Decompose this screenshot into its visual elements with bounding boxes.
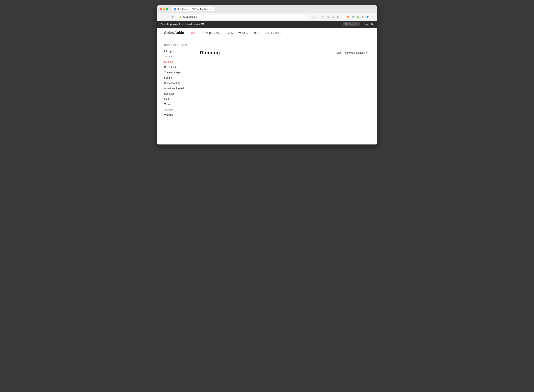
help-link[interactable]: Help bbox=[363, 23, 368, 25]
breadcrumb-shoes[interactable]: Shoes bbox=[180, 44, 187, 46]
ext-icon-7[interactable]: ≡ bbox=[361, 15, 364, 19]
ext-icon-3[interactable]: T bbox=[341, 15, 345, 19]
sidebar-item-running[interactable]: Running bbox=[164, 60, 174, 63]
url-bar[interactable]: 🔒 localhost:3001 bbox=[176, 15, 310, 19]
sort-label: Sort bbox=[336, 51, 341, 54]
forward-button[interactable]: → bbox=[165, 15, 169, 19]
nav-item-sale[interactable]: SALE bbox=[191, 32, 197, 34]
sidebar-item-baseball[interactable]: Baseball bbox=[164, 92, 174, 95]
main-nav: SALENEW RELEASESMENWOMENKIDSCOLLECTIONS bbox=[191, 32, 282, 34]
sidebar-item-basketball[interactable]: Basketball bbox=[164, 66, 176, 69]
browser-titlebar: Sole&Ankle — CSS for JavaSc... × + bbox=[157, 5, 377, 13]
browser-dots bbox=[160, 8, 168, 10]
sidebar-item-football[interactable]: Football bbox=[164, 76, 173, 79]
breadcrumb-home[interactable]: Home bbox=[164, 44, 170, 46]
nav-item-men[interactable]: MEN bbox=[227, 32, 233, 34]
sidebar-item-lifestyle[interactable]: Lifestyle bbox=[164, 50, 173, 53]
announcement-right: 🔍 Search... Help 🛍 bbox=[343, 22, 373, 26]
breadcrumb-sep-2: / bbox=[179, 44, 180, 46]
url-text: localhost:3001 bbox=[183, 16, 197, 18]
nav-item-new-releases[interactable]: NEW RELEASES bbox=[203, 32, 222, 34]
nav-item-kids[interactable]: KIDS bbox=[254, 32, 259, 34]
browser-addressbar: ← → ↻ 🔒 localhost:3001 ☆ ℹ 🛡 📡 △ ⊕ T 🦊 W… bbox=[157, 13, 377, 21]
browser-toolbar: ☆ ℹ 🛡 📡 △ ⊕ T 🦊 W 🧩 ≡ 👤 ⋮ bbox=[311, 15, 374, 19]
nav-item-collections[interactable]: COLLECTIONS bbox=[265, 32, 282, 34]
search-icon: 🔍 bbox=[345, 23, 348, 25]
sidebar-item-athletics[interactable]: Athletics bbox=[164, 108, 174, 111]
lock-icon: 🔒 bbox=[179, 16, 181, 18]
ext-icon-6[interactable]: 🧩 bbox=[356, 15, 359, 19]
tab-title: Sole&Ankle — CSS for JavaSc... bbox=[177, 8, 208, 10]
site-content: Free shipping on domestic orders over $7… bbox=[157, 21, 377, 145]
main-header: Running Sort Newest Releases ▾ bbox=[200, 50, 370, 56]
sidebar-item-jordan[interactable]: Jordan bbox=[164, 55, 172, 58]
close-dot[interactable] bbox=[160, 8, 162, 10]
announcement-message: Free shipping on domestic orders over $7… bbox=[161, 23, 205, 25]
maximize-dot[interactable] bbox=[166, 8, 168, 10]
ext-icon-5[interactable]: W bbox=[351, 15, 354, 19]
sidebar-item-walking[interactable]: Walking bbox=[164, 113, 173, 116]
announcement-bar: Free shipping on domestic orders over $7… bbox=[157, 21, 377, 28]
ext-icon-2[interactable]: ⊕ bbox=[336, 15, 340, 19]
tab-close-button[interactable]: × bbox=[209, 8, 212, 10]
cart-icon[interactable]: 🛍 bbox=[370, 23, 373, 26]
vpn-icon[interactable]: 🛡 bbox=[321, 15, 325, 19]
sidebar-item-golf[interactable]: Golf bbox=[164, 98, 169, 100]
sidebar-item-american-football[interactable]: American Football bbox=[164, 87, 184, 90]
search-bar[interactable]: 🔍 Search... bbox=[343, 22, 360, 26]
new-tab-button[interactable]: + bbox=[216, 7, 220, 11]
ext-icon-4[interactable]: 🦊 bbox=[346, 15, 350, 19]
page-content: Home / Sale / Shoes LifestyleJordanRunni… bbox=[157, 38, 377, 145]
site-header: Sole&Ankle SALENEW RELEASESMENWOMENKIDSC… bbox=[157, 28, 377, 38]
breadcrumb-sep-1: / bbox=[171, 44, 172, 46]
profile-avatar[interactable]: 👤 bbox=[366, 15, 369, 19]
bookmark-icon[interactable]: ☆ bbox=[311, 15, 315, 19]
cast-icon[interactable]: 📡 bbox=[326, 15, 330, 19]
main-area: Running Sort Newest Releases ▾ bbox=[200, 50, 370, 119]
sidebar-item-training-and-gym[interactable]: Training & Gym bbox=[164, 71, 181, 74]
search-placeholder: Search... bbox=[349, 23, 358, 25]
ext-icon-1[interactable]: △ bbox=[331, 15, 335, 19]
page-title: Running bbox=[200, 50, 220, 56]
tab-favicon bbox=[174, 8, 176, 10]
browser-tab[interactable]: Sole&Ankle — CSS for JavaSc... × bbox=[172, 7, 214, 11]
breadcrumb-sale[interactable]: Sale bbox=[173, 44, 178, 46]
sidebar-item-tennis[interactable]: Tennis bbox=[164, 103, 171, 106]
sort-dropdown[interactable]: Newest Releases ▾ bbox=[343, 50, 370, 56]
sidebar-item-skateboarding[interactable]: Skateboarding bbox=[164, 82, 180, 84]
minimize-dot[interactable] bbox=[163, 8, 165, 10]
refresh-button[interactable]: ↻ bbox=[171, 15, 175, 19]
page-layout: LifestyleJordanRunningBasketballTraining… bbox=[164, 50, 370, 119]
breadcrumb: Home / Sale / Shoes bbox=[164, 44, 370, 46]
nav-item-women[interactable]: WOMEN bbox=[238, 32, 248, 34]
back-button[interactable]: ← bbox=[160, 15, 164, 19]
sort-area: Sort Newest Releases ▾ bbox=[336, 50, 370, 56]
menu-icon[interactable]: ⋮ bbox=[371, 15, 374, 19]
shield-icon[interactable]: ℹ bbox=[316, 15, 320, 19]
chevron-down-icon: ▾ bbox=[366, 51, 367, 54]
sidebar: LifestyleJordanRunningBasketballTraining… bbox=[164, 50, 193, 119]
sort-value: Newest Releases bbox=[345, 51, 365, 54]
site-logo[interactable]: Sole&Ankle bbox=[164, 31, 184, 35]
